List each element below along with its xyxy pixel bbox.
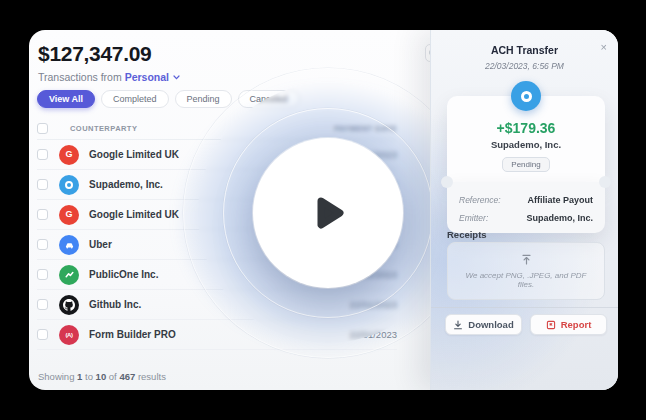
filter-tab-pending[interactable]: Pending: [175, 90, 232, 108]
transfer-receipt-card: +$179.36 Supademo, Inc. Pending Referenc…: [447, 96, 605, 233]
reference-label: Reference:: [459, 195, 501, 205]
column-counterparty: COUNTERPARTY: [70, 124, 137, 133]
counterparty-name: PublicOne Inc.: [89, 269, 158, 280]
supademo-icon: [59, 175, 79, 195]
perforation-notch: [599, 176, 611, 188]
avatar-letter: (A): [66, 332, 73, 338]
payment-date: 22/01/2023: [349, 299, 397, 310]
filter-tab-canceled[interactable]: Canceled: [238, 90, 300, 108]
table-header: COUNTERPARTY PAYMENT DATE: [37, 118, 397, 140]
form-builder-icon: (A): [59, 325, 79, 345]
download-button[interactable]: Download: [445, 314, 522, 335]
results-summary: Showing 1 to 10 of 467 results: [38, 371, 166, 382]
google-icon: G: [59, 145, 79, 165]
counterparty-name: Form Builder PRO: [89, 329, 176, 340]
filter-tab-view-all[interactable]: View All: [37, 90, 95, 108]
receipt-card-bottom: Reference: Affiliate Payout Emitter: Sup…: [447, 182, 605, 233]
row-checkbox[interactable]: [37, 239, 48, 250]
receipt-card-top: +$179.36 Supademo, Inc. Pending: [447, 96, 605, 182]
counterparty-name: Supademo, Inc.: [89, 179, 163, 190]
account-selector[interactable]: Transactions from Personal: [38, 71, 180, 83]
upload-hint: We accept PNG, .JPEG, and PDF files.: [448, 271, 604, 289]
filter-tabs: View All Completed Pending Canceled: [37, 90, 300, 108]
play-button[interactable]: [253, 138, 403, 288]
receipt-upload-dropzone[interactable]: We accept PNG, .JPEG, and PDF files.: [447, 242, 605, 300]
panel-title: ACH Transfer: [431, 44, 618, 56]
balance-amount: $127,347.09: [38, 42, 151, 66]
table-row[interactable]: Github Inc. 22/01/2023: [37, 290, 397, 320]
column-payment-date: PAYMENT DATE: [334, 124, 397, 133]
supademo-avatar: [511, 81, 541, 111]
github-icon: [59, 295, 79, 315]
play-icon: [302, 187, 354, 239]
reference-row: Reference: Affiliate Payout: [459, 195, 593, 205]
chevron-down-icon: [173, 75, 180, 80]
perforation-notch: [441, 176, 453, 188]
app-window: $127,347.09 Transactions from Personal V…: [0, 0, 646, 420]
payment-date: 22/01/2023: [349, 329, 397, 340]
report-flag-icon: [546, 320, 556, 330]
panel-divider: [431, 307, 618, 308]
status-badge: Pending: [502, 157, 549, 172]
row-checkbox[interactable]: [37, 179, 48, 190]
reference-value: Affiliate Payout: [527, 195, 593, 205]
report-label: Report: [561, 319, 592, 330]
row-checkbox[interactable]: [37, 209, 48, 220]
row-checkbox[interactable]: [37, 269, 48, 280]
filter-tab-completed[interactable]: Completed: [101, 90, 169, 108]
counterparty-name: Uber: [89, 239, 112, 250]
avatar-letter: G: [65, 150, 72, 159]
emitter-label: Emitter:: [459, 213, 488, 223]
download-icon: [453, 320, 463, 330]
uber-icon: [59, 235, 79, 255]
supademo-ring: [521, 91, 532, 102]
row-checkbox[interactable]: [37, 329, 48, 340]
select-all-checkbox[interactable]: [37, 123, 48, 134]
row-checkbox[interactable]: [37, 149, 48, 160]
account-name[interactable]: Personal: [125, 71, 169, 83]
emitter-row: Emitter: Supademo, Inc.: [459, 213, 593, 223]
upload-icon: [521, 254, 532, 265]
report-button[interactable]: Report: [530, 314, 607, 335]
counterparty-name: Google Limited UK: [89, 209, 179, 220]
row-checkbox[interactable]: [37, 299, 48, 310]
dashboard-card: $127,347.09 Transactions from Personal V…: [29, 30, 618, 390]
transfer-timestamp: 22/03/2023, 6:56 PM: [431, 61, 618, 71]
panel-actions: Download Report: [445, 314, 607, 335]
transfer-payee: Supademo, Inc.: [459, 139, 593, 150]
table-row[interactable]: (A) Form Builder PRO 22/01/2023: [37, 320, 397, 350]
download-label: Download: [468, 319, 513, 330]
supademo-ring: [65, 181, 73, 189]
avatar-letter: G: [65, 210, 72, 219]
emitter-value: Supademo, Inc.: [526, 213, 593, 223]
publicone-icon: [59, 265, 79, 285]
subtitle-text: Transactions from: [38, 71, 122, 83]
close-icon[interactable]: ×: [601, 42, 607, 53]
receipts-heading: Receipts: [447, 229, 487, 240]
transfer-amount: +$179.36: [459, 120, 593, 136]
counterparty-name: Github Inc.: [89, 299, 141, 310]
google-icon: G: [59, 205, 79, 225]
transfer-detail-panel: ACH Transfer × 22/03/2023, 6:56 PM +$179…: [430, 30, 618, 390]
counterparty-name: Google Limited UK: [89, 149, 179, 160]
